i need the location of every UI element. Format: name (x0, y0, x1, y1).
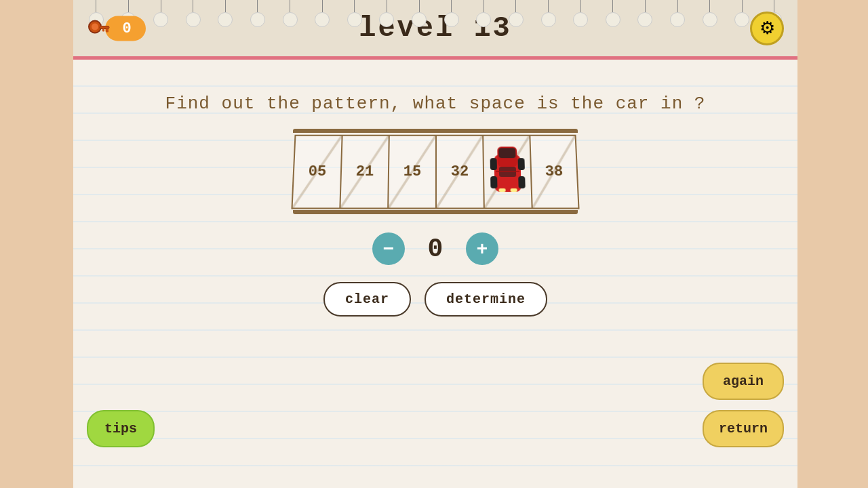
slot-number-05: 05 (308, 163, 326, 180)
parking-lot: 05 21 15 32 (293, 134, 578, 209)
parking-slot-15: 15 (387, 135, 435, 209)
svg-rect-4 (102, 28, 104, 31)
plus-button[interactable]: + (466, 232, 498, 265)
key-icon (87, 16, 111, 40)
slot-number-15: 15 (403, 163, 422, 180)
svg-rect-10 (490, 176, 497, 188)
score-badge: 0 (87, 16, 146, 41)
svg-rect-12 (518, 176, 526, 188)
svg-rect-13 (498, 188, 505, 192)
counter-section: − 0 + (372, 232, 498, 265)
paper-tag (703, 0, 717, 27)
determine-button[interactable]: determine (425, 282, 547, 317)
svg-rect-9 (490, 158, 496, 170)
parking-slot-05: 05 (291, 135, 341, 209)
paper-tag (606, 0, 620, 27)
slot-number-38: 38 (545, 163, 563, 180)
paper-tag (315, 0, 330, 27)
svg-rect-3 (106, 28, 108, 32)
return-button[interactable]: return (703, 410, 784, 447)
action-buttons: clear determine (323, 282, 547, 317)
svg-rect-2 (100, 26, 109, 28)
content-area: Find out the pattern, what space is the … (73, 60, 797, 488)
tips-button[interactable]: tips (87, 410, 155, 447)
game-area: 0 level 13 ⚙ Find out the pattern, what … (73, 0, 797, 488)
header: 0 level 13 ⚙ (73, 0, 797, 58)
parking-container: 05 21 15 32 (293, 134, 578, 209)
paper-tag (153, 0, 168, 27)
slot-number-21: 21 (355, 163, 374, 180)
paper-tag (444, 0, 459, 27)
paper-tag (283, 0, 298, 27)
svg-rect-11 (517, 158, 524, 170)
question-text: Find out the pattern, what space is the … (165, 94, 706, 114)
counter-value: 0 (422, 235, 449, 264)
svg-rect-14 (510, 188, 517, 192)
settings-button[interactable]: ⚙ (750, 12, 784, 45)
paper-tag (637, 0, 652, 27)
paper-tag (509, 0, 524, 27)
paper-tag (379, 0, 394, 27)
parking-slot-32: 32 (435, 135, 484, 209)
separator-line (73, 58, 797, 60)
paper-tag (412, 0, 427, 27)
gear-icon: ⚙ (760, 18, 775, 39)
slot-number-32: 32 (451, 163, 469, 180)
score-display: 0 (105, 16, 146, 41)
paper-decorations (73, 0, 797, 58)
svg-point-1 (92, 23, 98, 30)
again-button[interactable]: again (703, 363, 784, 400)
minus-button[interactable]: − (372, 232, 405, 265)
paper-tag (250, 0, 265, 27)
paper-tag (573, 0, 588, 27)
parking-slot-38: 38 (529, 135, 579, 209)
paper-tag (734, 0, 749, 27)
paper-tag (218, 0, 233, 27)
paper-tag (670, 0, 685, 27)
parking-slots: 05 21 15 32 (291, 135, 579, 209)
paper-tag (347, 0, 362, 27)
paper-tag (541, 0, 556, 27)
parking-slot-car (482, 135, 532, 209)
car-image (488, 142, 527, 203)
plus-icon: + (477, 238, 488, 260)
parking-slot-21: 21 (339, 135, 389, 209)
clear-button[interactable]: clear (323, 282, 411, 317)
svg-rect-7 (498, 148, 515, 158)
paper-tag (186, 0, 201, 27)
paper-tag (476, 0, 491, 27)
minus-icon: − (383, 238, 394, 260)
